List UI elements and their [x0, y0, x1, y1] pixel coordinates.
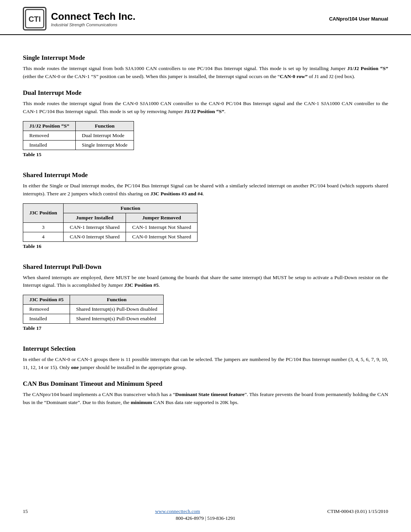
svg-text:CTI: CTI: [29, 15, 41, 23]
para-pulldown-0: When shared interrupts are employed, the…: [23, 274, 388, 290]
table16-wrapper: J3C Position Function Jumper Installed J…: [23, 203, 388, 255]
para-dual-interrupt-0: This mode routes the interrupt signal fr…: [23, 100, 388, 116]
section-dual-interrupt: Dual Interrupt Mode This mode routes the…: [23, 89, 388, 163]
table15-row1-col2: Dual Interrupt Mode: [76, 131, 134, 140]
footer-doc-id: CTIM-00043 (0.01) 1/15/2010: [327, 508, 388, 514]
table17-row1-col1: Removed: [23, 305, 70, 314]
table16-row2-col1: 4: [23, 232, 64, 241]
footer-page-number: 15: [23, 508, 28, 514]
table17-row1-col2: Shared Interrupt(s) Pull-Down disabled: [70, 305, 164, 314]
table16-row1-col2: CAN-1 Interrupt Shared: [64, 222, 126, 232]
table16-subheader-installed: Jumper Installed: [64, 213, 126, 222]
table15-caption: Table 15: [23, 152, 41, 158]
section-can-bus-timeout: CAN Bus Dominant Timeout and Minimum Spe…: [23, 380, 388, 407]
para-shared-interrupt-0: In either the Single or Dual interrupt m…: [23, 182, 388, 198]
table15-col2-header: Function: [76, 121, 134, 131]
table16-row1-col1: 3: [23, 222, 64, 232]
section-title-single-interrupt: Single Interrupt Mode: [23, 54, 388, 62]
table15-row2-col1: Installed: [23, 140, 76, 150]
table15-col1-header: J1/J2 Position “S”: [23, 121, 76, 131]
logo-text: Connect Tech Inc. Industrial Strength Co…: [51, 11, 135, 27]
section-title-can-bus: CAN Bus Dominant Timeout and Minimum Spe…: [23, 380, 388, 388]
table16-subheader-removed: Jumper Removed: [126, 213, 198, 222]
logo-icon: CTI: [23, 7, 46, 30]
section-pulldown: Shared Interrupt Pull-Down When shared i…: [23, 263, 388, 337]
table-row: 4 CAN-0 Interrupt Shared CAN-0 Interrupt…: [23, 232, 198, 241]
table-row: 3 CAN-1 Interrupt Shared CAN-1 Interrupt…: [23, 222, 198, 232]
table16-row1-col3: CAN-1 Interrupt Not Shared: [126, 222, 198, 232]
table17: J3C Position #5 Function Removed Shared …: [23, 295, 164, 324]
table17-row2-col1: Installed: [23, 314, 70, 324]
table17-col2-header: Function: [70, 295, 164, 305]
table16-caption: Table 16: [23, 243, 41, 249]
logo-area: CTI Connect Tech Inc. Industrial Strengt…: [23, 7, 135, 30]
table-row: Installed Single Interrupt Mode: [23, 140, 134, 150]
footer: 15 www.connecttech.com CTIM-00043 (0.01)…: [0, 508, 411, 521]
para-interrupt-selection-0: In either of the CAN-0 or CAN-1 groups t…: [23, 356, 388, 372]
section-title-pulldown: Shared Interrupt Pull-Down: [23, 263, 388, 271]
main-content: Single Interrupt Mode This mode routes t…: [0, 35, 411, 433]
table15-row1-col1: Removed: [23, 131, 76, 140]
section-title-shared-interrupt: Shared Interrupt Mode: [23, 171, 388, 179]
table15-wrapper: J1/J2 Position “S” Function Removed Dual…: [23, 121, 388, 163]
table15: J1/J2 Position “S” Function Removed Dual…: [23, 121, 134, 150]
table16-row2-col2: CAN-0 Interrupt Shared: [64, 232, 126, 241]
table16-col1-header: J3C Position: [23, 203, 64, 222]
header: CTI Connect Tech Inc. Industrial Strengt…: [0, 0, 411, 35]
table17-caption: Table 17: [23, 325, 41, 331]
table17-col1-header: J3C Position #5: [23, 295, 70, 305]
section-interrupt-selection: Interrupt Selection In either of the CAN…: [23, 345, 388, 372]
footer-website[interactable]: www.connecttech.com: [155, 508, 200, 514]
footer-line1: 15 www.connecttech.com CTIM-00043 (0.01)…: [0, 508, 411, 514]
company-tagline: Industrial Strength Communications: [51, 22, 135, 27]
para-single-interrupt-0: This mode routes the interrupt signal fr…: [23, 65, 388, 81]
section-title-interrupt-selection: Interrupt Selection: [23, 345, 388, 353]
table16-function-header: Function: [64, 203, 198, 213]
page: CTI Connect Tech Inc. Industrial Strengt…: [0, 0, 411, 532]
manual-title: CANpro/104 User Manual: [329, 16, 388, 22]
table16-row2-col3: CAN-0 Interrupt Not Shared: [126, 232, 198, 241]
table17-row2-col2: Shared Interrupt(s) Pull-Down enabled: [70, 314, 164, 324]
company-name: Connect Tech Inc.: [51, 11, 135, 22]
table-row: Installed Shared Interrupt(s) Pull-Down …: [23, 314, 164, 324]
para-can-bus-0: The CANpro/104 board implements a CAN Bu…: [23, 391, 388, 407]
section-single-interrupt: Single Interrupt Mode This mode routes t…: [23, 54, 388, 81]
table-row: Removed Dual Interrupt Mode: [23, 131, 134, 140]
section-shared-interrupt: Shared Interrupt Mode In either the Sing…: [23, 171, 388, 255]
table-row: Removed Shared Interrupt(s) Pull-Down di…: [23, 305, 164, 314]
table15-row2-col2: Single Interrupt Mode: [76, 140, 134, 150]
footer-phone: 800-426-8979 | 519-836-1291: [176, 515, 235, 521]
table17-wrapper: J3C Position #5 Function Removed Shared …: [23, 295, 388, 337]
section-title-dual-interrupt: Dual Interrupt Mode: [23, 89, 388, 97]
table16: J3C Position Function Jumper Installed J…: [23, 203, 198, 242]
